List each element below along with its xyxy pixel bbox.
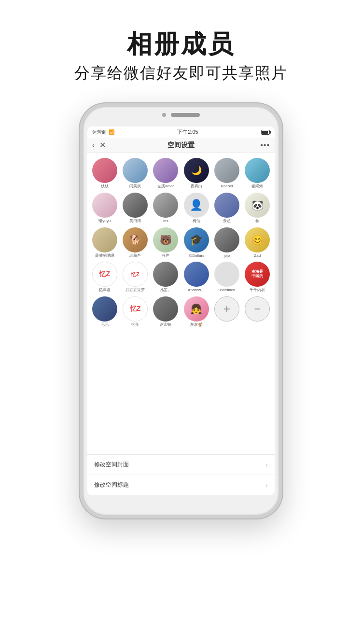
member-name: 凡笙。 [160, 288, 171, 293]
member-avatar: 👤 [184, 193, 209, 218]
member-item[interactable]: 👧灰灰🐒 [182, 296, 210, 327]
member-name: jojo [224, 253, 230, 258]
top-section: 相册成员 分享给微信好友即可共享照片 [0, 0, 362, 98]
member-avatar: 南海是中国的 [245, 262, 270, 287]
member-name: 谢yuyu [98, 219, 111, 224]
phone-mockup: 运营商 📶 下午2:05 ‹ ✕ 空间设置 ••• [0, 103, 362, 518]
member-item[interactable]: 🎓@Dollars [182, 227, 210, 258]
member-name: 谢宏畅 [160, 322, 171, 327]
bottom-menu: 修改空间封面 › 修改空间标题 › [87, 454, 275, 495]
member-name: 闰美辰 [129, 184, 141, 189]
member-avatar: 忆Z [92, 262, 117, 287]
member-item[interactable]: undefined [212, 262, 241, 293]
member-avatar [153, 158, 178, 183]
member-item[interactable]: 凡笙。 [152, 262, 180, 293]
nav-bar: ‹ ✕ 空间设置 ••• [87, 138, 275, 153]
member-item[interactable]: 😊Zad [243, 227, 272, 258]
member-item[interactable]: 翟崇炜 [243, 158, 272, 189]
member-avatar: 🌙 [184, 158, 209, 183]
minus-icon[interactable]: − [245, 296, 270, 322]
member-avatar: 🐕 [123, 227, 148, 252]
member-item[interactable]: 🌙夜将白 [182, 158, 210, 189]
member-name: 忆年 [131, 322, 139, 327]
mute-button [80, 165, 81, 180]
member-avatar [214, 262, 239, 287]
member-item[interactable]: 忆Z忆年 [121, 296, 149, 327]
phone-screen: 运营商 📶 下午2:05 ‹ ✕ 空间设置 ••• [87, 126, 275, 495]
chevron-right-icon: › [265, 461, 268, 469]
member-item[interactable]: Iris [152, 193, 180, 224]
member-item[interactable]: 🐻张严 [152, 227, 180, 258]
member-item[interactable]: 元元 [90, 296, 119, 327]
member-item[interactable]: 南海是中国的千千内衣 [243, 262, 272, 293]
member-name: 元元 [101, 322, 109, 327]
member-item[interactable]: 云超 [212, 193, 241, 224]
menu-item-title-label: 修改空间标题 [94, 481, 129, 489]
chevron-right-icon-2: › [265, 481, 268, 489]
member-name: Rachel [221, 184, 233, 189]
member-avatar: 忆Z [123, 262, 148, 287]
member-item[interactable]: Rachel [212, 158, 241, 189]
close-button[interactable]: ✕ [99, 140, 106, 150]
member-item[interactable]: 🐼卷 [243, 193, 272, 224]
member-avatar: 🐻 [153, 227, 178, 252]
member-item[interactable]: 黄衍博 [121, 193, 149, 224]
member-name: 左溪amor [157, 184, 174, 189]
phone-frame: 运营商 📶 下午2:05 ‹ ✕ 空间设置 ••• [80, 103, 282, 518]
member-item[interactable]: 枝枝 [90, 158, 119, 189]
member-name: 老葫芦 [129, 253, 141, 258]
members-scroll-area[interactable]: 枝枝闰美辰左溪amor🌙夜将白Rachel翟崇炜谢yuyu黄衍博Iris👤梅仙云… [87, 153, 275, 454]
member-avatar: 😊 [245, 227, 270, 252]
menu-item-cover[interactable]: 修改空间封面 › [87, 455, 275, 475]
member-avatar [214, 158, 239, 183]
wifi-icon: 📶 [109, 129, 114, 135]
member-avatar: 🐼 [245, 193, 270, 218]
member-item[interactable]: 忆Z忆年君 [90, 262, 119, 293]
member-avatar [92, 296, 117, 322]
member-item[interactable]: 👤梅仙 [182, 193, 210, 224]
member-item[interactable]: 忆Z豆豆豆豆芽 [121, 262, 149, 293]
remove-member-button[interactable]: − [243, 296, 272, 327]
member-item[interactable]: 最帅的嗯嗯 [90, 227, 119, 258]
camera-dot [162, 113, 166, 117]
member-avatar [92, 193, 117, 218]
speaker-grille [171, 113, 200, 117]
member-avatar [214, 227, 239, 252]
menu-item-title[interactable]: 修改空间标题 › [87, 475, 275, 495]
plus-icon[interactable]: + [214, 296, 239, 322]
back-button[interactable]: ‹ [92, 141, 95, 150]
member-name: undefined [218, 288, 235, 293]
member-name: Zad [254, 253, 261, 258]
member-item[interactable]: Andrew、 [182, 262, 210, 293]
member-name: 卷 [255, 219, 259, 224]
add-member-button[interactable]: + [212, 296, 241, 327]
member-name: 最帅的嗯嗯 [95, 253, 114, 258]
more-button[interactable]: ••• [260, 141, 270, 150]
member-item[interactable]: 🐕老葫芦 [121, 227, 149, 258]
member-avatar [245, 158, 270, 183]
member-item[interactable]: 谢宏畅 [152, 296, 180, 327]
member-name: 云超 [223, 219, 231, 224]
member-name: 梅仙 [193, 219, 200, 224]
members-grid: 枝枝闰美辰左溪amor🌙夜将白Rachel翟崇炜谢yuyu黄衍博Iris👤梅仙云… [90, 158, 272, 327]
nav-right[interactable]: ••• [241, 141, 270, 150]
member-avatar [184, 262, 209, 287]
member-avatar: 忆Z [123, 296, 148, 322]
member-avatar [214, 193, 239, 218]
status-bar: 运营商 📶 下午2:05 [87, 126, 275, 138]
power-button [281, 194, 282, 228]
member-avatar [123, 193, 148, 218]
member-name: @Dollars [188, 253, 204, 258]
member-name: 夜将白 [191, 184, 202, 189]
member-avatar: 🎓 [184, 227, 209, 252]
nav-left[interactable]: ‹ ✕ [92, 140, 121, 150]
member-name: 豆豆豆豆芽 [125, 288, 145, 293]
member-name: 枝枝 [101, 184, 109, 189]
member-item[interactable]: 谢yuyu [90, 193, 119, 224]
member-name: Andrew、 [188, 288, 205, 293]
member-item[interactable]: 闰美辰 [121, 158, 149, 189]
member-item[interactable]: 左溪amor [152, 158, 180, 189]
member-item[interactable]: jojo [212, 227, 241, 258]
member-name: 忆年君 [99, 288, 111, 293]
page-title: 相册成员 [0, 29, 362, 59]
